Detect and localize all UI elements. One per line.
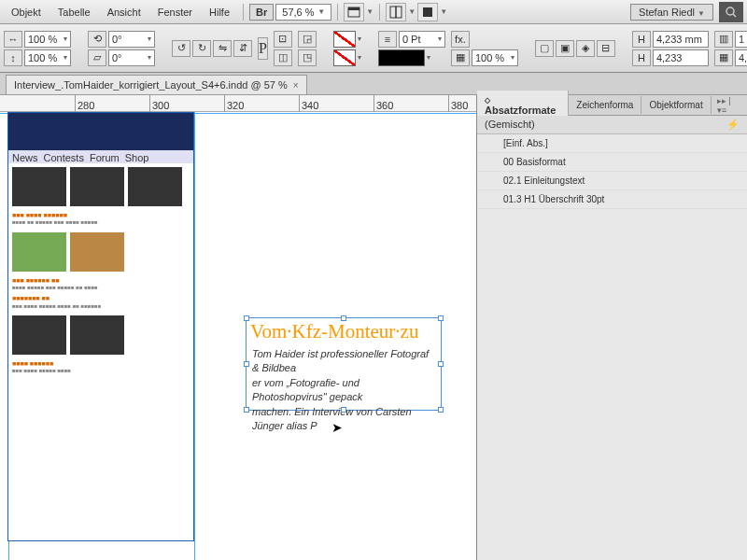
shear-icon: ▱: [88, 49, 106, 66]
view-options-icon[interactable]: [417, 3, 438, 21]
style-item[interactable]: [Einf. Abs.]: [477, 134, 747, 153]
arrange-icon[interactable]: [386, 3, 406, 21]
select-container-icon[interactable]: ◫: [274, 49, 292, 66]
style-item[interactable]: 02.1 Einleitungstext: [477, 172, 747, 190]
gutter-icon: ▦: [714, 49, 733, 66]
menu-ansicht[interactable]: Ansicht: [100, 3, 148, 21]
menu-fenster[interactable]: Fenster: [150, 3, 200, 21]
fx-icon[interactable]: fx.: [451, 31, 470, 48]
stroke-weight-icon: ≡: [378, 31, 397, 48]
search-button[interactable]: [719, 2, 743, 22]
wrap-jump-icon[interactable]: ⊟: [597, 40, 615, 57]
scale-y-input[interactable]: 100 %▾: [24, 49, 71, 66]
headline-text: Vom·Kfz-Monteur·zu: [247, 318, 441, 345]
horizontal-ruler: 280 300 320 340 360 380: [0, 95, 476, 112]
corner2-icon[interactable]: ◳: [298, 49, 317, 66]
placed-image[interactable]: NewsContestsForumShop ■■■ ■■■■ ■■■■■■■■■…: [7, 112, 194, 541]
fill-swatch[interactable]: [333, 31, 356, 48]
gutter-input[interactable]: 4,233: [735, 49, 747, 66]
control-bar: ↔100 %▾ ↕100 %▾ ⟲0°▾ ▱0°▾ ↺ ↻ ⇋ ⇵ P ⊡ ◫ …: [0, 24, 747, 73]
svg-rect-2: [390, 7, 396, 18]
svg-line-6: [733, 14, 736, 17]
rotate-cw-icon[interactable]: ↻: [192, 40, 211, 57]
scale-x-input[interactable]: 100 %▾: [24, 31, 71, 48]
stroke-swatch[interactable]: [333, 49, 356, 66]
tab-objektformate[interactable]: Objektformat: [641, 96, 711, 114]
screen-mode-icon[interactable]: [344, 3, 364, 21]
stroke-weight-input[interactable]: 0 Pt▾: [399, 31, 445, 48]
stroke-style[interactable]: [378, 49, 425, 66]
zoom-level-input[interactable]: 57,6 %▼: [275, 4, 331, 21]
paragraph-styles-panel: (Gemischt)⚡ [Einf. Abs.] 00 Basisformat …: [477, 116, 747, 560]
shear-input[interactable]: 0°▾: [108, 49, 155, 66]
w-icon: H: [632, 49, 651, 66]
wrap-shape-icon[interactable]: ◈: [576, 40, 595, 57]
h-input[interactable]: 4,233 mm: [653, 31, 709, 48]
canvas[interactable]: 280 300 320 340 360 380 NewsContestsForu…: [0, 95, 476, 560]
opacity-icon: ▦: [451, 49, 470, 66]
rotate-ccw-icon[interactable]: ↺: [172, 40, 190, 57]
bridge-button[interactable]: Br: [249, 4, 274, 21]
panel-dock: ◇ Absatzformate Zeichenforma Objektforma…: [476, 95, 747, 560]
svg-rect-4: [423, 7, 432, 17]
document-tab[interactable]: Interview_.TomHaider_korrigiert_Layout_S…: [6, 75, 307, 94]
panel-collapse-icon[interactable]: ▸▸ | ▾≡: [712, 96, 747, 115]
flip-h-icon[interactable]: ⇋: [213, 40, 232, 57]
selected-text-frame[interactable]: Vom·Kfz-Monteur·zu Tom Haider ist profes…: [246, 317, 442, 411]
document-page: NewsContestsForumShop ■■■ ■■■■ ■■■■■■■■■…: [0, 112, 476, 560]
cursor-icon: ➤: [331, 420, 343, 435]
wrap-bbox-icon[interactable]: ▣: [556, 40, 574, 57]
style-mixed-label: (Gemischt): [485, 119, 535, 131]
corner-icon[interactable]: ◲: [298, 31, 317, 48]
user-menu[interactable]: Stefan Riedl ▼: [630, 4, 713, 21]
wrap-none-icon[interactable]: ▢: [535, 40, 554, 57]
select-content-icon[interactable]: ⊡: [274, 31, 292, 48]
scale-x-icon: ↔: [4, 31, 22, 48]
svg-rect-3: [396, 7, 402, 18]
style-item[interactable]: 01.3 H1 Überschrift 30pt: [477, 190, 747, 209]
h-icon: H: [632, 31, 651, 48]
tab-zeichenformate[interactable]: Zeichenforma: [569, 96, 641, 114]
rotate-input[interactable]: 0°▾: [108, 31, 155, 48]
menu-tabelle[interactable]: Tabelle: [50, 3, 98, 21]
document-tabs: Interview_.TomHaider_korrigiert_Layout_S…: [0, 73, 747, 95]
menu-bar: Objekt Tabelle Ansicht Fenster Hilfe Br …: [0, 0, 747, 24]
menu-hilfe[interactable]: Hilfe: [202, 3, 237, 21]
document-tab-label: Interview_.TomHaider_korrigiert_Layout_S…: [14, 79, 288, 91]
scale-y-icon: ↕: [4, 49, 22, 66]
w-input[interactable]: 4,233: [653, 49, 709, 66]
svg-point-5: [726, 7, 734, 15]
cols-icon: ▥: [714, 31, 733, 48]
svg-rect-1: [348, 7, 359, 10]
opacity-input[interactable]: 100 %▾: [472, 49, 518, 66]
body-text: Tom Haider ist professioneller Fotograf …: [247, 345, 441, 435]
clear-overrides-icon[interactable]: ⚡: [726, 119, 740, 131]
close-icon[interactable]: ×: [293, 80, 299, 91]
rotate-icon: ⟲: [88, 31, 106, 48]
style-item[interactable]: 00 Basisformat: [477, 153, 747, 172]
cols-input[interactable]: 1: [735, 31, 747, 48]
flip-v-icon[interactable]: ⇵: [233, 40, 252, 57]
menu-objekt[interactable]: Objekt: [4, 3, 49, 21]
character-panel-icon[interactable]: P: [258, 37, 268, 60]
